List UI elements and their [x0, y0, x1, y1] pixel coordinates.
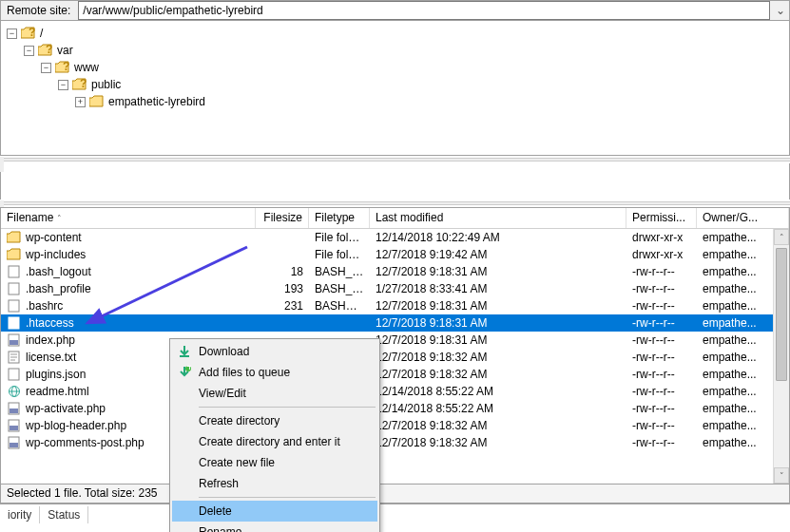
- php-icon: [7, 419, 22, 432]
- file-permissions: drwxr-xr-x: [626, 248, 697, 261]
- file-icon: [7, 368, 22, 381]
- file-row[interactable]: .bashrc231BASHRC...12/7/2018 9:18:31 AM-…: [1, 297, 789, 314]
- php-icon: [7, 402, 22, 415]
- scroll-up-button[interactable]: ˄: [774, 229, 789, 245]
- tree-collapse-icon[interactable]: −: [41, 63, 51, 73]
- file-type: File folder: [309, 248, 370, 261]
- tree-collapse-icon[interactable]: −: [24, 46, 34, 56]
- file-permissions: -rw-r--r--: [626, 385, 697, 398]
- file-row[interactable]: index.php12/7/2018 9:18:31 AM-rw-r--r--e…: [1, 332, 789, 349]
- svg-text:?: ?: [80, 78, 87, 90]
- file-row[interactable]: .htaccess12/7/2018 9:18:31 AM-rw-r--r--e…: [1, 314, 789, 332]
- horizontal-splitter[interactable]: [0, 158, 790, 162]
- tree-expand-icon[interactable]: +: [75, 97, 86, 107]
- remote-path-bar: Remote site: ⌄: [0, 0, 790, 21]
- menu-delete[interactable]: Delete: [172, 501, 377, 522]
- file-modified: 12/14/2018 8:55:22 AM: [370, 402, 626, 415]
- remote-path-dropdown[interactable]: ⌄: [772, 4, 789, 17]
- file-row[interactable]: license.txt12/7/2018 9:18:32 AM-rw-r--r-…: [1, 349, 789, 366]
- file-row[interactable]: plugins.json12/7/2018 9:18:32 AM-rw-r--r…: [1, 366, 789, 383]
- tree-label: /: [40, 27, 43, 40]
- file-row[interactable]: wp-contentFile folder12/14/2018 10:22:49…: [1, 229, 789, 246]
- file-permissions: -rw-r--r--: [626, 436, 697, 449]
- file-size: 231: [256, 299, 309, 313]
- svg-text:+: +: [186, 366, 191, 373]
- menu-refresh[interactable]: Refresh: [172, 473, 377, 494]
- file-type: BASH_P...: [309, 282, 370, 295]
- tree-label: var: [57, 44, 73, 57]
- file-icon: [7, 316, 22, 330]
- file-permissions: drwxr-xr-x: [626, 231, 697, 244]
- tree-node-leaf[interactable]: + empathetic-lyrebird: [75, 93, 783, 110]
- tree-node-www[interactable]: − ? www: [41, 59, 783, 76]
- file-row[interactable]: wp-blog-header.php12/7/2018 9:18:32 AM-r…: [1, 417, 789, 434]
- status-bar: Selected 1 file. Total size: 235: [0, 484, 790, 504]
- scroll-down-button[interactable]: ˅: [774, 467, 789, 484]
- remote-file-listing: Filename˄ Filesize Filetype Last modifie…: [0, 207, 790, 484]
- tree-label: www: [74, 61, 99, 74]
- file-size: 18: [256, 265, 309, 278]
- menu-separator: [199, 497, 376, 498]
- tree-collapse-icon[interactable]: −: [7, 28, 17, 39]
- file-row[interactable]: wp-includesFile folder12/7/2018 9:19:42 …: [1, 246, 789, 263]
- col-header-filesize[interactable]: Filesize: [256, 208, 309, 228]
- php-icon: [7, 333, 22, 347]
- horizontal-splitter[interactable]: [0, 201, 790, 205]
- folder-question-icon: ?: [38, 44, 53, 57]
- tab-status[interactable]: Status: [40, 506, 88, 523]
- file-name: wp-comments-post.php: [26, 436, 145, 449]
- file-permissions: -rw-r--r--: [626, 282, 697, 295]
- tree-collapse-icon[interactable]: −: [58, 80, 68, 90]
- download-icon: [176, 343, 193, 360]
- file-name: wp-blog-header.php: [26, 419, 126, 432]
- file-type: BASHRC...: [309, 299, 370, 313]
- file-modified: 12/7/2018 9:18:32 AM: [370, 419, 626, 432]
- file-modified: 1/27/2018 8:33:41 AM: [370, 282, 626, 295]
- file-row[interactable]: wp-activate.php12/14/2018 8:55:22 AM-rw-…: [1, 400, 789, 417]
- menu-download[interactable]: Download: [172, 341, 377, 362]
- file-modified: 12/7/2018 9:18:31 AM: [370, 333, 626, 347]
- file-row[interactable]: .bash_profile193BASH_P...1/27/2018 8:33:…: [1, 280, 789, 297]
- tab-priority[interactable]: iority: [0, 506, 40, 523]
- svg-rect-4: [9, 266, 19, 277]
- menu-create-directory[interactable]: Create directory: [172, 410, 377, 431]
- tree-node-var[interactable]: − ? var: [24, 42, 783, 59]
- file-modified: 12/7/2018 9:18:32 AM: [370, 368, 626, 381]
- svg-rect-24: [180, 355, 189, 357]
- remote-path-input[interactable]: [78, 1, 770, 20]
- bottom-tabs: iority Status: [0, 504, 790, 524]
- file-permissions: -rw-r--r--: [626, 368, 697, 381]
- html-icon: [7, 385, 22, 398]
- col-header-filename[interactable]: Filename˄: [1, 208, 256, 228]
- menu-create-directory-enter[interactable]: Create directory and enter it: [172, 431, 377, 452]
- menu-view-edit[interactable]: View/Edit: [172, 383, 377, 404]
- vertical-scrollbar[interactable]: ˄ ˅: [773, 229, 789, 484]
- svg-rect-7: [9, 317, 19, 329]
- remote-tree-pane[interactable]: − ? / − ? var − ? www − ? public + empat…: [0, 21, 790, 156]
- file-row[interactable]: wp-comments-post.php12/7/2018 9:18:32 AM…: [1, 434, 789, 451]
- col-header-permissions[interactable]: Permissi...: [626, 208, 697, 228]
- file-name: .bash_profile: [26, 282, 91, 295]
- file-list-header: Filename˄ Filesize Filetype Last modifie…: [1, 208, 789, 229]
- tree-node-public[interactable]: − ? public: [58, 76, 783, 93]
- file-modified: 12/14/2018 8:55:22 AM: [370, 385, 626, 398]
- folder-icon: [89, 95, 105, 108]
- menu-create-file[interactable]: Create new file: [172, 452, 377, 473]
- tree-node-root[interactable]: − ? /: [7, 25, 783, 42]
- file-list-body[interactable]: wp-contentFile folder12/14/2018 10:22:49…: [1, 229, 789, 484]
- remote-site-label: Remote site:: [1, 4, 76, 17]
- svg-rect-14: [9, 369, 19, 380]
- menu-rename[interactable]: Rename: [172, 522, 377, 532]
- file-name: license.txt: [26, 351, 76, 364]
- file-icon: [7, 282, 22, 295]
- folder-icon: [7, 231, 22, 244]
- tree-label: empathetic-lyrebird: [108, 95, 205, 108]
- scroll-thumb[interactable]: [776, 248, 787, 381]
- col-header-modified[interactable]: Last modified: [370, 208, 626, 228]
- col-header-owner[interactable]: Owner/G...: [697, 208, 789, 228]
- file-permissions: -rw-r--r--: [626, 419, 697, 432]
- menu-add-queue[interactable]: + Add files to queue: [172, 362, 377, 383]
- file-row[interactable]: readme.html12/14/2018 8:55:22 AM-rw-r--r…: [1, 383, 789, 400]
- file-row[interactable]: .bash_logout18BASH_L...12/7/2018 9:18:31…: [1, 263, 789, 280]
- col-header-filetype[interactable]: Filetype: [309, 208, 370, 228]
